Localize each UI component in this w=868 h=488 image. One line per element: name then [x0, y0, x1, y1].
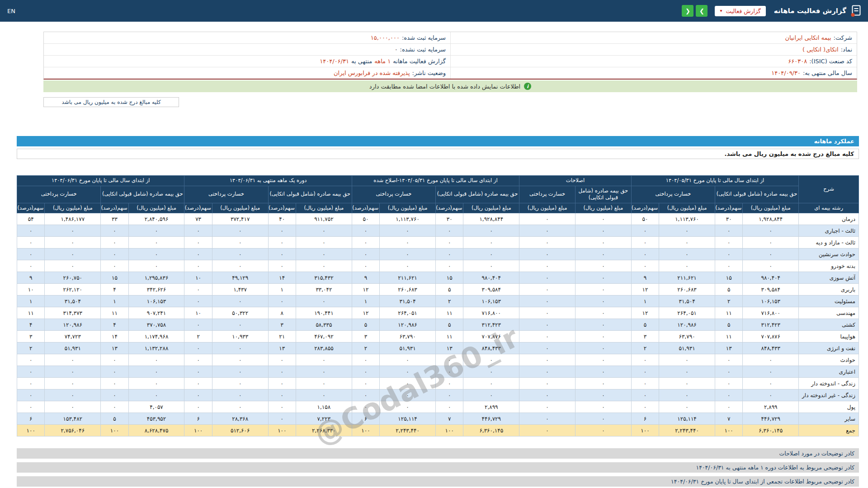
value-cell: ۰: [128, 366, 184, 378]
value-cell: ۲۶۴,۰۵۱: [659, 307, 715, 319]
table-row: ثالث - اجباری۰۰۰۰۰۰۰۰۰۰۰۰۰۰۰۰۰۰: [17, 225, 859, 237]
value-cell: ۵: [435, 319, 463, 331]
next-report-button[interactable]: ❯: [696, 5, 708, 17]
share-header: سهم(درصد): [101, 203, 128, 213]
value-cell: ۰: [435, 260, 463, 272]
value-cell: ۸۴۸,۴۳۳: [463, 343, 519, 354]
value-cell: ۰: [128, 378, 184, 389]
value-cell: ۲۱: [268, 331, 296, 343]
insurance-line-label: بدنه خودرو: [799, 260, 859, 272]
section-title-bar: عملکرد ماهانه: [17, 136, 859, 146]
amount-header: مبلغ (میلیون ریال): [519, 203, 576, 213]
isic-field: کد صنعت (ISIC): ۶۶۰۳۰۸: [450, 56, 857, 67]
value-cell: ۰: [519, 284, 576, 296]
report-dropdown-label: گزارش فعالیت: [726, 8, 761, 14]
value-cell: ۲: [352, 343, 379, 354]
report-period-label: گزارش فعالیت ماهانه: [393, 58, 446, 65]
value-cell: ۱۰۰: [184, 425, 212, 436]
company-name-value: بیمه اتکایی ایرانیان: [785, 34, 831, 41]
value-cell: ۱۰۶,۱۵۳: [128, 296, 184, 307]
value-cell: ۷: [435, 413, 463, 425]
value-cell: ۰: [352, 237, 379, 249]
value-cell: ۰: [184, 260, 212, 272]
value-cell: ۰: [743, 249, 799, 260]
value-cell: ۰: [128, 237, 184, 249]
value-cell: ۳۱,۵۰۴: [380, 296, 436, 307]
value-cell: ۰: [101, 401, 128, 413]
value-cell: ۱۱: [715, 307, 742, 319]
table-row: زندگی - غیر اندوخته دار۰۰۰۰۰۰۰۰۰۰۰۰۰۰۰۰۰…: [17, 389, 859, 401]
value-cell: ۳۱۵,۴۳۲: [296, 272, 352, 284]
company-name-label: شرکت:: [834, 34, 852, 41]
value-cell: ۲۱۱,۶۲۱: [659, 272, 715, 284]
value-cell: ۰: [17, 354, 45, 366]
value-cell: ۳: [631, 331, 659, 343]
value-cell: ۰: [17, 401, 45, 413]
value-cell: ۰: [519, 249, 576, 260]
previous-report-button[interactable]: ❮: [682, 5, 693, 17]
value-cell: ۵۱,۹۳۱: [380, 343, 436, 354]
value-cell: ۰: [715, 354, 742, 366]
value-cell: ۰: [17, 260, 45, 272]
unregistered-capital-label: سرمایه ثبت نشده:: [400, 46, 446, 53]
insurance-line-label: سایر: [799, 413, 859, 425]
registered-capital-label: سرمایه ثبت شده:: [402, 34, 446, 41]
table-row: هواپیما۷۰۷,۸۷۶۱۱۶۳,۷۹۰۳۰۰۷۰۷,۸۷۶۱۱۶۳,۷۹۰…: [17, 331, 859, 343]
value-cell: ۱۰۰: [17, 425, 45, 436]
value-cell: ۰: [212, 319, 268, 331]
value-cell: ۰: [631, 260, 659, 272]
insurance-line-label: حوادث سرنشین: [799, 249, 859, 260]
value-cell: ۱۰۰: [631, 425, 659, 436]
report-type-dropdown[interactable]: گزارش فعالیت ▾: [715, 6, 765, 16]
value-cell: ۰: [659, 237, 715, 249]
value-cell: ۰: [575, 307, 631, 319]
value-cell: ۴۴۶,۷۲۹: [463, 413, 519, 425]
insurance-line-header: رشته بیمه ای: [799, 203, 859, 213]
value-cell: ۰: [519, 354, 576, 366]
premium-header: حق بیمه صادره (شامل قبولی اتکایی): [101, 186, 184, 203]
value-cell: ۰: [17, 378, 45, 389]
unregistered-capital-value: ۰: [395, 46, 398, 53]
value-cell: ۱,۱۷۴,۹۶۸: [128, 331, 184, 343]
value-cell: ۰: [380, 354, 436, 366]
value-cell: ۵۰,۳۲۲: [212, 307, 268, 319]
value-cell: ۱,۹۲۸,۸۴۴: [463, 213, 519, 225]
value-cell: ۱۳: [268, 343, 296, 354]
value-cell: ۳۷۰,۷۵۸: [128, 319, 184, 331]
value-cell: ۰: [296, 389, 352, 401]
value-cell: ۰: [101, 378, 128, 389]
value-cell: ۰: [268, 401, 296, 413]
value-cell: ۴: [101, 284, 128, 296]
value-cell: ۰: [743, 260, 799, 272]
value-cell: ۱,۱۱۳,۷۶۰: [380, 213, 436, 225]
issuer-status-field: وضعیت ناشر: پذیرفته شده در فرابورس ایران: [44, 67, 450, 79]
value-cell: ۲۸,۳۶۸: [212, 413, 268, 425]
value-cell: ۱۴: [268, 272, 296, 284]
value-cell: ۲: [715, 296, 742, 307]
value-cell: ۰: [268, 296, 296, 307]
value-cell: ۰: [659, 366, 715, 378]
value-cell: ۰: [212, 296, 268, 307]
value-cell: ۱,۲۹۵,۸۳۶: [128, 272, 184, 284]
share-header: سهم(درصد): [17, 203, 45, 213]
share-header: سهم(درصد): [631, 203, 659, 213]
value-cell: ۵۰: [352, 213, 379, 225]
value-cell: ۰: [575, 260, 631, 272]
value-cell: ۰: [463, 225, 519, 237]
table-header: شرحاز ابتدای سال مالی تا پایان مورخ ۱۴۰۴…: [17, 176, 859, 213]
claims-header: خسارت پرداختی: [352, 186, 435, 203]
value-cell: ۳: [352, 331, 379, 343]
value-cell: ۰: [715, 249, 742, 260]
value-cell: ۰: [352, 225, 379, 237]
value-cell: ۰: [519, 319, 576, 331]
value-cell: ۰: [659, 354, 715, 366]
table-row: پول۲,۸۹۹۰۰۰۰۰۲,۸۹۹۰۰۰۱,۱۵۸۰۰۰۴,۰۵۷۰۰۰: [17, 401, 859, 413]
report-period-field: گزارش فعالیت ماهانه ۱ ماهه منتهی به ۱۴۰۴…: [44, 56, 450, 67]
value-cell: ۰: [268, 366, 296, 378]
value-cell: ۱۲: [631, 284, 659, 296]
value-cell: ۱۲۰,۹۸۶: [380, 319, 436, 331]
value-cell: ۱۵: [101, 272, 128, 284]
language-toggle-en[interactable]: EN: [7, 8, 15, 14]
value-cell: ۰: [184, 343, 212, 354]
value-cell: ۷۰۷,۸۷۶: [463, 331, 519, 343]
